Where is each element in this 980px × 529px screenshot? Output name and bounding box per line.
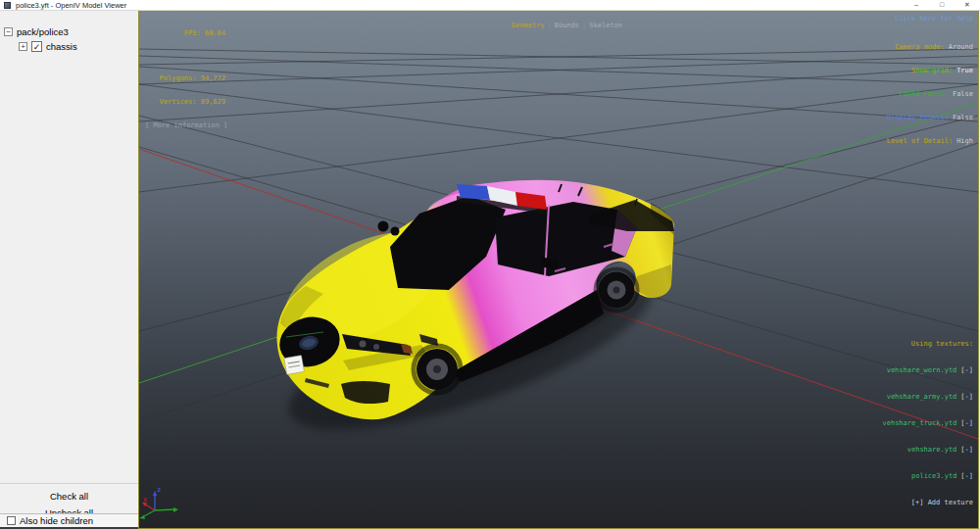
minimize-button[interactable]: –: [904, 0, 929, 11]
maximize-button[interactable]: □: [929, 0, 955, 11]
tree-node-root[interactable]: − pack/police3: [4, 26, 69, 37]
close-button[interactable]: ✕: [955, 0, 980, 11]
title-bar: police3.yft - OpenIV Model Viewer – □ ✕: [0, 0, 980, 11]
divider: [0, 483, 138, 484]
3d-viewport[interactable]: z x FPS: 60.04 Polygons: 94,772 Vertices…: [138, 11, 979, 529]
tree-root-label: pack/police3: [17, 26, 69, 37]
app-icon: [4, 2, 11, 9]
viewport-canvas[interactable]: z x: [139, 12, 978, 528]
also-hide-children-row[interactable]: Also hide children: [0, 513, 138, 527]
collapse-icon[interactable]: −: [4, 27, 13, 36]
front-wheel: [414, 346, 461, 393]
police-car-model[interactable]: [266, 180, 674, 461]
also-hide-children-checkbox[interactable]: [7, 516, 16, 525]
window-title: police3.yft - OpenIV Model Viewer: [16, 0, 126, 11]
expand-icon[interactable]: +: [19, 42, 27, 51]
license-plate: [284, 356, 305, 375]
axis-gizmo: z x: [139, 486, 178, 519]
model-tree-panel: − pack/police3 + ✓ chassis Check all Unc…: [0, 11, 138, 529]
chassis-checkbox[interactable]: ✓: [31, 41, 42, 52]
also-hide-children-label: Also hide children: [20, 515, 93, 526]
gizmo-x-label: x: [143, 496, 147, 504]
check-all-button[interactable]: Check all: [0, 489, 138, 504]
tree-node-chassis[interactable]: + ✓ chassis: [19, 41, 77, 52]
rear-wheel: [596, 269, 638, 312]
tree-chassis-label: chassis: [46, 41, 77, 52]
gizmo-z-label: z: [157, 486, 161, 494]
